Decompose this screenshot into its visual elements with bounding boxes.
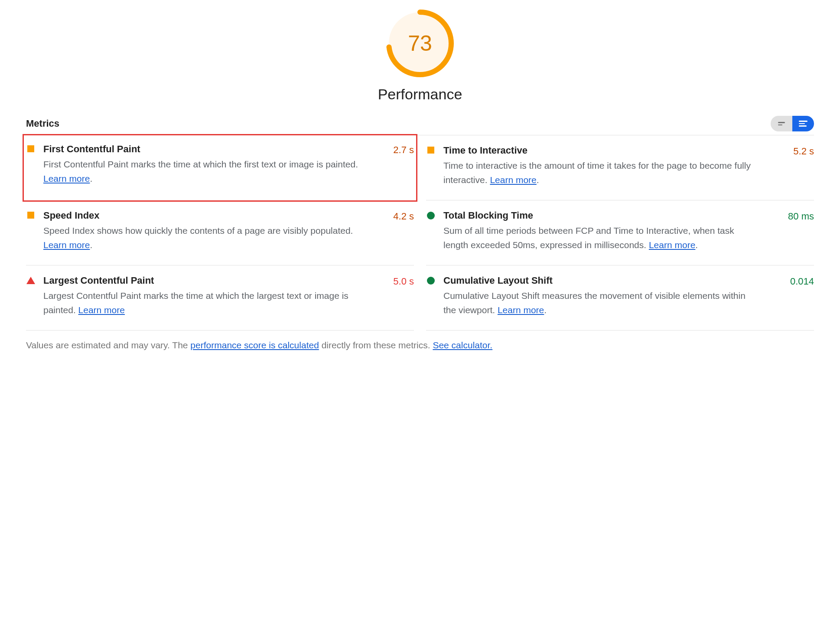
metric-title: Cumulative Layout Shift [443, 275, 782, 286]
metric-value: 2.7 s [393, 144, 414, 189]
metric-body: First Contentful PaintFirst Contentful P… [43, 144, 385, 189]
metric-desc-post: . [537, 175, 539, 185]
learn-more-link[interactable]: Learn more [43, 174, 90, 183]
metric-title: Total Blocking Time [443, 210, 780, 221]
metric-desc-post: . [544, 305, 547, 315]
status-icon [26, 275, 36, 317]
learn-more-link[interactable]: Learn more [490, 175, 536, 185]
metric-title: Time to Interactive [443, 145, 785, 156]
score-value: 73 [408, 31, 432, 56]
learn-more-link[interactable]: Learn more [498, 305, 544, 315]
status-icon [26, 144, 36, 189]
metric-description: Largest Contentful Paint marks the time … [43, 289, 358, 317]
metric-value: 5.0 s [393, 275, 414, 317]
status-icon [26, 210, 36, 252]
metrics-heading: Metrics [26, 118, 59, 129]
metric-body: Speed IndexSpeed Index shows how quickly… [43, 210, 385, 252]
metric-title: Speed Index [43, 210, 385, 221]
metric-card: Cumulative Layout ShiftCumulative Layout… [426, 265, 814, 331]
gauge-title: Performance [378, 86, 462, 103]
status-icon [426, 275, 436, 317]
metric-description: Sum of all time periods between FCP and … [443, 224, 753, 252]
metric-body: Total Blocking TimeSum of all time perio… [443, 210, 780, 252]
footnote-link-calculated[interactable]: performance score is calculated [190, 340, 319, 350]
metric-description: First Contentful Paint marks the time at… [43, 157, 358, 186]
metric-description: Time to interactive is the amount of tim… [443, 159, 758, 187]
view-collapsed-button[interactable] [771, 116, 792, 131]
metric-value: 80 ms [788, 210, 814, 252]
metric-card: Total Blocking TimeSum of all time perio… [426, 200, 814, 265]
metric-desc-text: Speed Index shows how quickly the conten… [43, 226, 353, 236]
metric-desc-text: Cumulative Layout Shift measures the mov… [443, 291, 746, 315]
metric-body: Time to InteractiveTime to interactive i… [443, 145, 785, 187]
metric-body: Cumulative Layout ShiftCumulative Layout… [443, 275, 782, 317]
metric-title: First Contentful Paint [43, 144, 385, 155]
footnote-text-2: directly from these metrics. [319, 340, 433, 350]
metric-desc-post: . [695, 240, 698, 250]
metric-desc-text: First Contentful Paint marks the time at… [43, 159, 358, 169]
score-gauge: 73 [385, 9, 455, 78]
metric-card: Time to InteractiveTime to interactive i… [426, 135, 814, 200]
metric-desc-post: . [90, 240, 92, 250]
view-toggle [771, 116, 814, 131]
performance-gauge: 73 Performance [26, 9, 814, 103]
status-icon [426, 145, 436, 187]
metric-description: Cumulative Layout Shift measures the mov… [443, 289, 755, 317]
metric-card: Largest Contentful PaintLargest Contentf… [26, 265, 414, 331]
status-icon [426, 210, 436, 252]
expand-icon [799, 121, 807, 127]
learn-more-link[interactable]: Learn more [649, 240, 695, 250]
metric-value: 4.2 s [393, 210, 414, 252]
metric-body: Largest Contentful PaintLargest Contentf… [43, 275, 385, 317]
collapse-icon [778, 122, 785, 125]
metric-card: First Contentful PaintFirst Contentful P… [23, 134, 417, 202]
metric-card: Speed IndexSpeed Index shows how quickly… [26, 200, 414, 265]
metric-description: Speed Index shows how quickly the conten… [43, 224, 358, 252]
metric-value: 5.2 s [793, 145, 814, 187]
view-expanded-button[interactable] [792, 116, 814, 131]
metric-desc-post: . [90, 174, 92, 183]
metric-value: 0.014 [790, 275, 814, 317]
learn-more-link[interactable]: Learn more [78, 305, 125, 315]
learn-more-link[interactable]: Learn more [43, 240, 90, 250]
metrics-grid: First Contentful PaintFirst Contentful P… [26, 135, 814, 331]
metric-title: Largest Contentful Paint [43, 275, 385, 286]
footnote: Values are estimated and may vary. The p… [26, 331, 814, 350]
footnote-text: Values are estimated and may vary. The [26, 340, 190, 350]
footnote-link-calculator[interactable]: See calculator. [433, 340, 492, 350]
